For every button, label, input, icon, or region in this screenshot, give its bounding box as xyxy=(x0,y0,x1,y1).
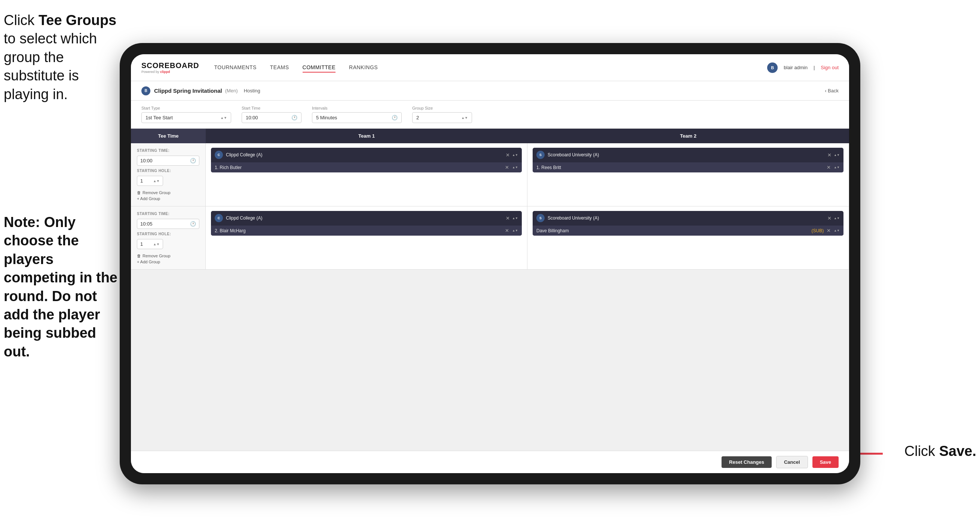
group-size-spinner[interactable]: ▲▼ xyxy=(461,116,468,120)
instruction-bottom: Note: Only choose the players competing … xyxy=(4,213,120,361)
time-icon-2: 🕐 xyxy=(190,221,196,227)
player-name-1-1: 1. Rich Butler xyxy=(215,165,502,170)
nav-right: B blair admin | Sign out xyxy=(767,62,838,73)
starting-time-input-2[interactable]: 10:05 🕐 xyxy=(137,219,199,229)
player-spinner-2-1[interactable]: ▲▼ xyxy=(834,166,840,169)
starting-time-input-1[interactable]: 10:00 🕐 xyxy=(137,156,199,166)
add-group-button-1[interactable]: + Add Group xyxy=(137,196,199,201)
team2-card-1[interactable]: S Scoreboard University (A) ✕ ▲▼ 1. Rees… xyxy=(533,148,843,172)
player-spinner-1-2[interactable]: ▲▼ xyxy=(512,229,518,232)
remove-group-button-1[interactable]: 🗑 Remove Group xyxy=(137,190,199,195)
team1-cell-1: C Clippd College (A) ✕ ▲▼ 1. Rich Butler… xyxy=(206,143,527,206)
cancel-button[interactable]: Cancel xyxy=(776,456,808,468)
table-body: STARTING TIME: 10:00 🕐 STARTING HOLE: 1 … xyxy=(131,143,849,451)
tablet-frame: SCOREBOARD Powered by clippd TOURNAMENTS… xyxy=(120,43,860,484)
starting-hole-label-2: STARTING HOLE: xyxy=(137,232,199,236)
nav-rankings[interactable]: RANKINGS xyxy=(349,63,378,73)
table-header: Tee Time Team 1 Team 2 xyxy=(131,129,849,143)
team2-cell-1: S Scoreboard University (A) ✕ ▲▼ 1. Rees… xyxy=(527,143,849,206)
group-size-group: Group Size 2 ▲▼ xyxy=(412,106,472,123)
hole-spinner-2[interactable]: ▲▼ xyxy=(153,242,160,246)
intervals-label: Intervals xyxy=(312,106,402,110)
team2-spinner-1[interactable]: ▲▼ xyxy=(834,153,840,157)
tablet-screen: SCOREBOARD Powered by clippd TOURNAMENTS… xyxy=(131,54,849,473)
start-type-spinner[interactable]: ▲▼ xyxy=(220,116,227,120)
team1-cell-2: C Clippd College (A) ✕ ▲▼ 2. Blair McHar… xyxy=(206,207,527,269)
team1-spinner-2[interactable]: ▲▼ xyxy=(512,217,518,220)
nav-avatar: B xyxy=(767,62,778,73)
player-remove-1-2[interactable]: ✕ xyxy=(505,228,509,233)
reset-changes-button[interactable]: Reset Changes xyxy=(722,456,772,468)
group-size-input[interactable]: 2 ▲▼ xyxy=(412,112,472,123)
team2-name-2: Scoreboard University (A) xyxy=(547,215,824,221)
start-time-group: Start Time 10:00 🕐 xyxy=(242,106,301,123)
team2-card-2[interactable]: S Scoreboard University (A) ✕ ▲▼ Dave Bi… xyxy=(533,211,843,236)
logo-powered: Powered by clippd xyxy=(142,70,199,74)
tee-actions-2: 🗑 Remove Group + Add Group xyxy=(137,253,199,264)
team2-spinner-2[interactable]: ▲▼ xyxy=(834,217,840,220)
hosting-label: Hosting xyxy=(244,88,260,94)
starting-hole-input-2[interactable]: 1 ▲▼ xyxy=(137,239,163,249)
group-size-label: Group Size xyxy=(412,106,472,110)
team2-header-2: S Scoreboard University (A) ✕ ▲▼ xyxy=(533,211,843,225)
tee-sidebar-2: STARTING TIME: 10:05 🕐 STARTING HOLE: 1 … xyxy=(131,207,206,269)
remove-group-button-2[interactable]: 🗑 Remove Group xyxy=(137,253,199,258)
team1-name-2: Clippd College (A) xyxy=(226,215,503,221)
team1-card-1[interactable]: C Clippd College (A) ✕ ▲▼ 1. Rich Butler… xyxy=(211,148,522,172)
team1-avatar-1: C xyxy=(215,151,223,159)
table-row: STARTING TIME: 10:00 🕐 STARTING HOLE: 1 … xyxy=(131,143,849,207)
start-settings: Start Type 1st Tee Start ▲▼ Start Time 1… xyxy=(131,100,849,129)
interval-clock-icon: 🕐 xyxy=(391,115,398,121)
start-time-input[interactable]: 10:00 🕐 xyxy=(242,112,301,123)
back-button[interactable]: ‹ Back xyxy=(825,88,838,94)
player-spinner-2-2[interactable]: ▲▼ xyxy=(834,229,840,232)
nav-tournaments[interactable]: TOURNAMENTS xyxy=(214,63,256,73)
starting-time-label-2: STARTING TIME: xyxy=(137,212,199,216)
team1-avatar-2: C xyxy=(215,214,223,222)
save-button[interactable]: Save xyxy=(813,456,838,468)
tee-sidebar-1: STARTING TIME: 10:00 🕐 STARTING HOLE: 1 … xyxy=(131,143,206,206)
hole-spinner-1[interactable]: ▲▼ xyxy=(153,179,160,183)
nav-teams[interactable]: TEAMS xyxy=(270,63,289,73)
save-instruction-bold: Save. xyxy=(939,443,976,459)
player-remove-1-1[interactable]: ✕ xyxy=(505,165,509,170)
player-remove-2-2[interactable]: ✕ xyxy=(827,228,831,233)
table-row-2: STARTING TIME: 10:05 🕐 STARTING HOLE: 1 … xyxy=(131,207,849,270)
tee-actions-1: 🗑 Remove Group + Add Group xyxy=(137,190,199,201)
subheader-badge: B xyxy=(142,86,150,96)
th-team2: Team 2 xyxy=(527,129,849,143)
team1-remove-2[interactable]: ✕ xyxy=(506,215,510,221)
time-icon-1: 🕐 xyxy=(190,158,196,164)
start-type-group: Start Type 1st Tee Start ▲▼ xyxy=(142,106,231,123)
team2-controls-1: ✕ ▲▼ xyxy=(827,152,840,158)
team2-remove-2[interactable]: ✕ xyxy=(827,215,832,221)
team1-card-2[interactable]: C Clippd College (A) ✕ ▲▼ 2. Blair McHar… xyxy=(211,211,522,236)
team1-controls-2: ✕ ▲▼ xyxy=(506,215,518,221)
team1-spinner-1[interactable]: ▲▼ xyxy=(512,153,518,157)
team2-cell-2: S Scoreboard University (A) ✕ ▲▼ Dave Bi… xyxy=(527,207,849,269)
tournament-name: Clippd Spring Invitational xyxy=(154,88,222,94)
team2-controls-2: ✕ ▲▼ xyxy=(827,215,840,221)
logo-scoreboard: SCOREBOARD xyxy=(142,61,199,70)
team1-remove-1[interactable]: ✕ xyxy=(506,152,510,158)
start-time-label: Start Time xyxy=(242,106,301,110)
nav-committee[interactable]: COMMITTEE xyxy=(302,63,336,73)
start-type-input[interactable]: 1st Tee Start ▲▼ xyxy=(142,112,231,123)
intervals-input[interactable]: 5 Minutes 🕐 xyxy=(312,112,402,123)
nav-signout[interactable]: Sign out xyxy=(821,65,838,70)
bottom-bar: Reset Changes Cancel Save xyxy=(131,451,849,473)
player-row-1-1: 1. Rich Butler ✕ ▲▼ xyxy=(211,162,522,172)
player-row-2-2: Dave Billingham (SUB) ✕ ▲▼ xyxy=(533,225,843,236)
th-team1: Team 1 xyxy=(206,129,527,143)
team1-header-1: C Clippd College (A) ✕ ▲▼ xyxy=(211,148,522,162)
add-group-button-2[interactable]: + Add Group xyxy=(137,260,199,264)
player-remove-2-1[interactable]: ✕ xyxy=(827,165,831,170)
player-spinner-1-1[interactable]: ▲▼ xyxy=(512,166,518,169)
team2-remove-1[interactable]: ✕ xyxy=(827,152,832,158)
instruction-top-bold: Tee Groups xyxy=(38,12,116,28)
team2-avatar-2: S xyxy=(536,214,545,222)
trash-icon-2: 🗑 xyxy=(137,253,141,258)
team1-header-2: C Clippd College (A) ✕ ▲▼ xyxy=(211,211,522,225)
starting-hole-input-1[interactable]: 1 ▲▼ xyxy=(137,176,163,186)
team1-controls-1: ✕ ▲▼ xyxy=(506,152,518,158)
